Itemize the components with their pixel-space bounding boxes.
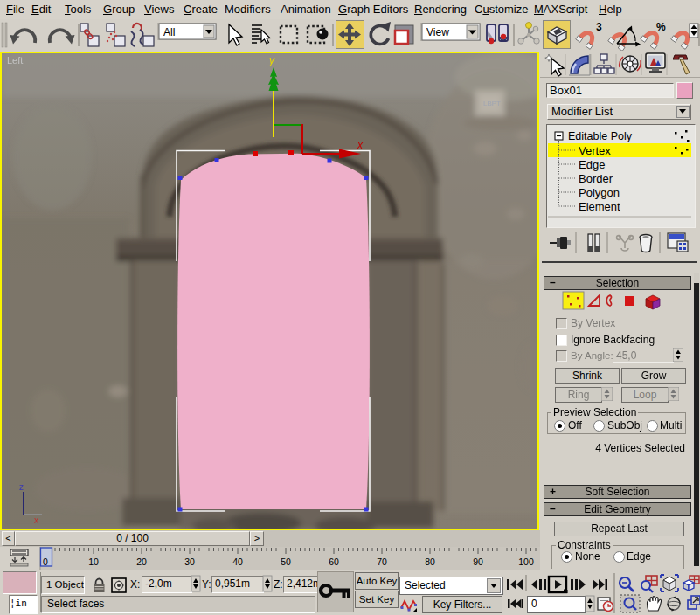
svg-text:70: 70 xyxy=(377,556,387,567)
svg-text:Edge: Edge xyxy=(579,158,605,171)
svg-text:x: x xyxy=(357,139,364,151)
svg-text:Element: Element xyxy=(579,200,620,213)
svg-text:z: z xyxy=(19,482,24,492)
svg-text:40: 40 xyxy=(232,556,243,567)
svg-text:60: 60 xyxy=(329,556,339,567)
svg-text:y: y xyxy=(268,54,275,66)
svg-text:90: 90 xyxy=(473,556,483,567)
svg-text:50: 50 xyxy=(281,556,291,567)
svg-text:3: 3 xyxy=(596,21,602,33)
svg-text:View: View xyxy=(426,26,449,38)
svg-text:Border: Border xyxy=(579,172,613,185)
svg-text:0: 0 xyxy=(43,556,48,567)
svg-text:All: All xyxy=(163,26,175,38)
svg-text:x: x xyxy=(34,515,38,525)
svg-text:30: 30 xyxy=(184,556,195,567)
svg-text:20: 20 xyxy=(136,556,147,567)
svg-text:Editable Poly: Editable Poly xyxy=(568,130,633,142)
svg-text:%: % xyxy=(656,21,666,33)
svg-text:10: 10 xyxy=(88,556,99,567)
svg-text:Vertex: Vertex xyxy=(579,144,611,157)
svg-text:Left: Left xyxy=(7,55,23,66)
svg-text:80: 80 xyxy=(425,556,435,567)
svg-text:100: 100 xyxy=(518,556,534,567)
svg-text:LBPT: LBPT xyxy=(483,100,501,107)
svg-text:Polygon: Polygon xyxy=(579,186,620,199)
